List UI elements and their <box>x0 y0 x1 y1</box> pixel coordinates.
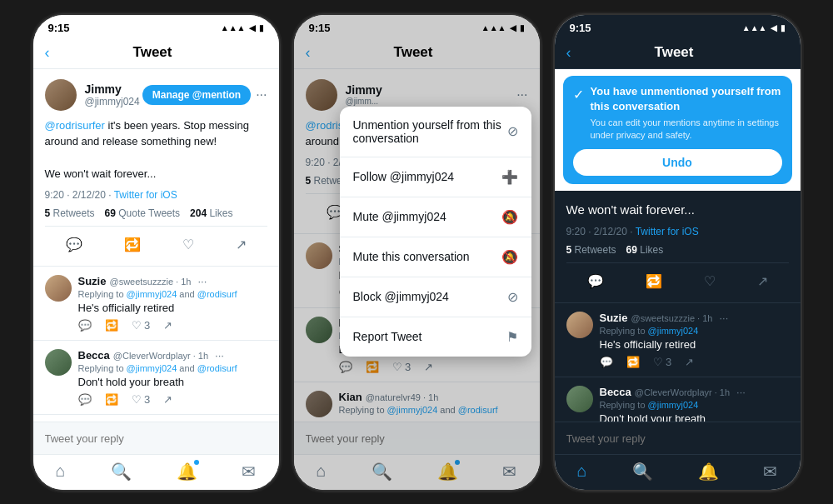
status-icons-3: ▲▲▲ ◀ ▮ <box>742 23 786 32</box>
tweet-user-row-1: Jimmy @jimmyj024 Manage @mention ··· <box>45 79 267 111</box>
suzie-rt-action[interactable]: 🔁 <box>105 319 118 332</box>
dropdown-follow[interactable]: Follow @jimmyj024 ➕ <box>340 157 531 197</box>
main-tweet-3: We won't wait forever... 9:20 · 2/12/20 … <box>555 191 801 304</box>
nav-mail-1[interactable]: ✉ <box>242 462 256 482</box>
dropdown-menu: Unmention yourself from this conversatio… <box>340 107 531 357</box>
tweet-meta-3: 9:20 · 2/12/20 · Twitter for iOS <box>566 226 789 237</box>
mute-user-icon: 🔕 <box>501 209 518 225</box>
becca-rt-action[interactable]: 🔁 <box>105 393 118 406</box>
user-name-1: Jimmy <box>85 82 142 96</box>
reply-suzie-3: Suzie @sweetsuzzzie · 1h ··· Replying to… <box>555 303 801 377</box>
user-handle-1: @jimmyj024 <box>85 96 142 107</box>
like-icon-1[interactable]: ♡ <box>182 237 194 252</box>
header-title-3: Tweet <box>585 44 764 61</box>
dropdown-mute-convo[interactable]: Mute this conversation 🔕 <box>340 237 531 277</box>
suzie-handle: @sweetsuzzzie · 1h <box>109 277 191 287</box>
manage-mention-button[interactable]: Manage @mention <box>142 85 251 105</box>
nav-search-1[interactable]: 🔍 <box>111 462 132 482</box>
reply-input-bar-1[interactable] <box>33 422 279 454</box>
back-button-3[interactable]: ‹ <box>566 44 571 62</box>
phone-2: 9:15 ▲▲▲ ◀ ▮ ‹ Tweet Jimmy @jimm... ··· <box>294 15 540 490</box>
becca-handle: @CleverWordplayr · 1h <box>113 351 208 361</box>
suzie-more[interactable]: ··· <box>197 275 207 287</box>
reply-input-bar-3[interactable] <box>555 422 801 454</box>
suzie-replyto: Replying to @jimmyj024 and @rodisurf <box>78 289 267 299</box>
becca-name: Becca <box>78 349 110 362</box>
retweet-icon-1[interactable]: 🔁 <box>124 237 141 252</box>
reply-icon-3[interactable]: 💬 <box>587 273 604 289</box>
phone-1: 9:15 ▲▲▲ ◀ ▮ ‹ Tweet Jimmy @jimmyj024 Ma… <box>33 15 279 490</box>
suzie-reply-action[interactable]: 💬 <box>78 319 92 332</box>
tweet-stats-1: 5 Retweets 69 Quote Tweets 204 Likes <box>45 207 267 227</box>
share-icon-1[interactable]: ↗ <box>236 237 247 252</box>
dropdown-unmention[interactable]: Unmention yourself from this conversatio… <box>340 107 531 157</box>
suzie-text: He's officially retired <box>78 302 267 314</box>
tweet-content-3: We won't wait forever... 9:20 · 2/12/20 … <box>555 191 801 422</box>
becca-more[interactable]: ··· <box>215 349 224 362</box>
nav-bell-1[interactable]: 🔔 <box>177 462 197 482</box>
mute-convo-icon: 🔕 <box>501 249 518 265</box>
action-bar-3: 💬 🔁 ♡ ↗ <box>566 270 789 292</box>
dropdown-report[interactable]: Report Tweet ⚑ <box>340 317 531 357</box>
tweet-stats-3: 5 Retweets 69 Likes <box>566 244 789 263</box>
toast-check-icon: ✓ <box>573 86 584 104</box>
becca-text: Don't hold your breath <box>78 376 267 388</box>
reply-becca-1: Becca @CleverWordplayr · 1h ··· Replying… <box>33 341 279 415</box>
nav-home-3[interactable]: ⌂ <box>576 462 586 481</box>
tweet-content-1: Jimmy @jimmyj024 Manage @mention ··· @ro… <box>33 69 279 422</box>
unmention-label: Unmention yourself from this conversatio… <box>353 118 507 145</box>
nav-mail-3[interactable]: ✉ <box>763 462 777 482</box>
report-label: Report Tweet <box>353 330 422 343</box>
share-icon-3[interactable]: ↗ <box>757 273 768 289</box>
suzie-avatar-1 <box>45 275 72 302</box>
signal-icon: ▲▲▲ <box>221 23 246 32</box>
suzie-like-action[interactable]: ♡ 3 <box>132 319 151 332</box>
becca-reply-action[interactable]: 💬 <box>78 393 92 406</box>
reply-input-3[interactable] <box>566 432 789 445</box>
toast-subtitle: You can edit your mentions anytime in se… <box>591 117 782 142</box>
becca-replyto: Replying to @jimmyj024 and @rodisurf <box>78 363 267 373</box>
wifi-icon: ◀ <box>249 23 256 32</box>
mute-user-label: Mute @jimmyj024 <box>353 210 446 223</box>
becca-like-action[interactable]: ♡ 3 <box>132 393 151 406</box>
dropdown-block[interactable]: Block @jimmyj024 ⊘ <box>340 277 531 317</box>
avatar-1 <box>45 79 77 111</box>
battery-icon: ▮ <box>259 23 264 32</box>
follow-icon: ➕ <box>501 169 518 185</box>
time-3: 9:15 <box>570 22 591 34</box>
main-tweet-1: Jimmy @jimmyj024 Manage @mention ··· @ro… <box>33 69 279 267</box>
reply-suzie-1: Suzie @sweetsuzzzie · 1h ··· Replying to… <box>33 267 279 341</box>
more-button-1[interactable]: ··· <box>256 87 267 102</box>
status-icons-1: ▲▲▲ ◀ ▮ <box>221 23 264 32</box>
block-label: Block @jimmyj024 <box>353 290 449 303</box>
reply-icon-1[interactable]: 💬 <box>66 237 82 252</box>
status-bar-3: 9:15 ▲▲▲ ◀ ▮ <box>555 15 801 37</box>
mute-convo-label: Mute this conversation <box>353 250 470 263</box>
back-button-1[interactable]: ‹ <box>45 44 50 62</box>
battery-icon-3: ▮ <box>781 23 786 32</box>
reply-input-1[interactable] <box>45 432 267 445</box>
reply-kian-1: Kian @naturelvr49 · 1h ··· Replying to @… <box>33 415 279 422</box>
suzie-share-action[interactable]: ↗ <box>163 319 172 332</box>
retweet-icon-3[interactable]: 🔁 <box>646 273 662 289</box>
nav-home-1[interactable]: ⌂ <box>55 462 65 481</box>
like-icon-3[interactable]: ♡ <box>704 273 716 289</box>
toast-notification: ✓ You have unmentioned yourself from thi… <box>563 76 792 184</box>
tweet-header-3: ‹ Tweet <box>555 37 801 69</box>
suzie-avatar-3 <box>566 312 593 338</box>
nav-bell-3[interactable]: 🔔 <box>698 462 719 482</box>
undo-button[interactable]: Undo <box>573 149 782 176</box>
follow-label: Follow @jimmyj024 <box>353 170 455 183</box>
phone-3: 9:15 ▲▲▲ ◀ ▮ ‹ Tweet ✓ You have unmentio… <box>555 15 801 490</box>
becca-share-action[interactable]: ↗ <box>163 393 172 406</box>
tweet-text-3: We won't wait forever... <box>566 201 789 220</box>
bottom-nav-1: ⌂ 🔍 🔔 ✉ <box>33 454 279 490</box>
status-bar-1: 9:15 ▲▲▲ ◀ ▮ <box>33 15 279 37</box>
time-1: 9:15 <box>48 22 70 34</box>
nav-search-3[interactable]: 🔍 <box>632 462 653 482</box>
dropdown-mute-user[interactable]: Mute @jimmyj024 🔕 <box>340 197 531 237</box>
unmention-icon: ⊘ <box>507 123 518 139</box>
bell-badge-1 <box>194 460 199 465</box>
toast-title: You have unmentioned yourself from this … <box>591 84 782 114</box>
reply-becca-3: Becca @CleverWordplayr · 1h ··· Replying… <box>555 377 801 421</box>
